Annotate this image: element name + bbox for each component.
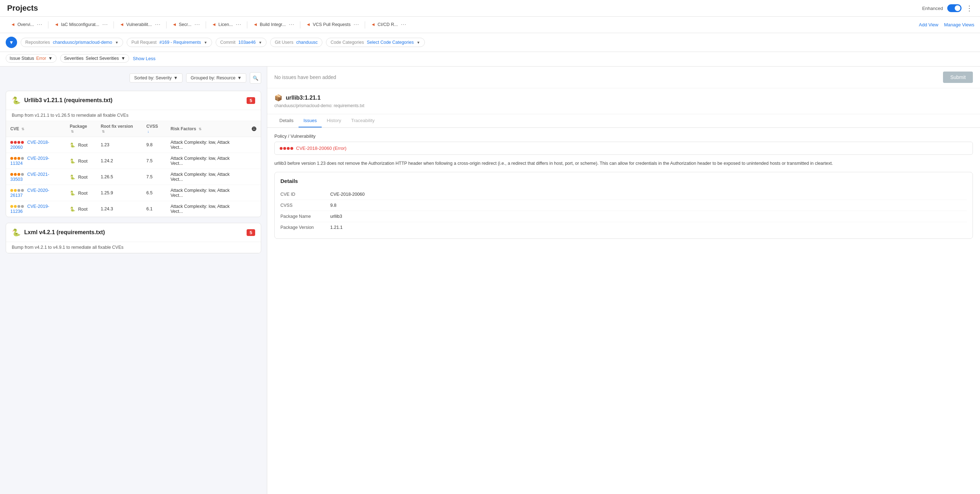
severities-value: Select Severities [86, 56, 119, 61]
pkg-sort-icon[interactable]: ⇅ [71, 129, 74, 134]
package-title-urllib3: 🐍 Urllib3 v1.21.1 (requirements.txt) [12, 96, 113, 105]
no-issues-text: No issues have been added [274, 74, 336, 80]
sort-by-button[interactable]: Sorted by: Severity ▼ [129, 73, 183, 83]
severity-dot [10, 173, 13, 176]
package-name: Root [78, 175, 87, 180]
table-row[interactable]: CVE-2020-26137 🐍 Root 1.25.9 6.5 Attack … [6, 185, 261, 201]
tab-icon-overview: ◄ [11, 22, 15, 27]
detail-row: Package Version 1.21.1 [280, 222, 967, 233]
detail-content: Policy / Vulnerability CVE-2018-20060 (E… [267, 128, 980, 244]
detail-value: CVE-2018-20060 [330, 192, 365, 197]
submit-button[interactable]: Submit [943, 72, 973, 83]
search-icon: 🔍 [253, 75, 258, 81]
group-by-label: Grouped by: Resource [191, 75, 235, 80]
cvss-cell: 7.5 [142, 169, 166, 185]
dot-c1 [280, 147, 283, 150]
pkg-detail-name: urllib3:1.21.1 [286, 95, 321, 101]
pull-request-filter[interactable]: Pull Request #169 - Requirements ▼ [127, 38, 212, 47]
tab-icon-vuln: ◄ [119, 22, 124, 27]
col-header-root-fix: Root fix version ⇅ [96, 121, 142, 137]
issue-status-filter[interactable]: Issue Status Error ▼ [6, 54, 57, 63]
detail-value: 1.21.1 [330, 225, 343, 230]
page-title: Projects [7, 3, 38, 13]
cve-sort-icon[interactable]: ⇅ [21, 127, 24, 131]
repositories-arrow-icon: ▼ [115, 41, 118, 45]
detail-tab-details[interactable]: Details [274, 114, 299, 127]
more-options-icon[interactable]: ⋮ [966, 4, 973, 13]
package-cell: 🐍 Root [65, 169, 96, 185]
python-icon: 🐍 [70, 207, 75, 212]
tab-build[interactable]: ◄ Build Integr... ⋯ [248, 17, 299, 33]
tab-dots-build: ⋯ [289, 21, 294, 28]
risk-cell: Attack Complexity: low, Attack Vect... [166, 185, 247, 201]
repositories-value: chanduusc/prismacloud-demo [52, 40, 112, 45]
commit-filter[interactable]: Commit 103ae46 ▼ [216, 38, 267, 47]
issue-status-value: Error [36, 56, 46, 61]
severities-filter[interactable]: Severities Select Severities ▼ [60, 54, 129, 63]
toggle-dot [955, 5, 961, 11]
tab-vuln[interactable]: ◄ Vulnerabilit... ⋯ [115, 17, 165, 33]
root-sort-icon[interactable]: ⇅ [102, 129, 105, 134]
repositories-filter[interactable]: Repositories chanduusc/prismacloud-demo … [21, 38, 123, 47]
git-users-filter[interactable]: Git Users chanduusc [270, 38, 322, 47]
severity-dots [10, 173, 24, 176]
package-badge-lxml: 5 [247, 229, 255, 236]
code-categories-filter[interactable]: Code Categories Select Code Categories ▼ [326, 38, 425, 47]
severity-dot [14, 189, 17, 192]
package-cell: 🐍 Root [65, 137, 96, 153]
table-row[interactable]: CVE-2019-11236 🐍 Root 1.24.3 6.1 Attack … [6, 201, 261, 217]
right-panel-top: No issues have been added Submit [267, 67, 980, 88]
package-name-lxml: Lxml v4.2.1 (requirements.txt) [24, 229, 105, 236]
severity-dots [10, 189, 24, 192]
python-icon-urllib3: 🐍 [12, 96, 21, 105]
detail-key: CVSS [280, 203, 330, 208]
table-row[interactable]: CVE-2018-20060 🐍 Root 1.23 9.8 Attack Co… [6, 137, 261, 153]
severity-dot-empty [21, 157, 24, 160]
cvss-sort-icon[interactable]: ↓ [147, 129, 149, 134]
cve-cell: CVE-2020-26137 [6, 185, 65, 201]
policy-cve-id: CVE-2018-20060 (Error) [296, 145, 347, 151]
tab-dots-licenses: ⋯ [235, 21, 241, 28]
show-less-button[interactable]: Show Less [133, 56, 156, 61]
tab-secrets[interactable]: ◄ Secr... ⋯ [167, 17, 205, 33]
table-row[interactable]: CVE-2021-33503 🐍 Root 1.26.5 7.5 Attack … [6, 169, 261, 185]
filter-icon[interactable]: ▼ [6, 37, 17, 48]
tab-cicd[interactable]: ◄ CI/CD R... ⋯ [366, 17, 411, 33]
tab-label-build: Build Integr... [260, 22, 286, 27]
table-row[interactable]: CVE-2019-11324 🐍 Root 1.24.2 7.5 Attack … [6, 153, 261, 169]
search-button[interactable]: 🔍 [250, 72, 261, 84]
root-fix-cell: 1.26.5 [96, 169, 142, 185]
tab-label-licenses: Licen... [218, 22, 233, 27]
col-header-add: ⊕ [247, 121, 261, 137]
divider-1 [48, 21, 48, 29]
severity-dot [18, 157, 20, 160]
detail-tab-history[interactable]: History [322, 114, 346, 127]
package-cell: 🐍 Root [65, 153, 96, 169]
divider-5 [247, 21, 247, 29]
severity-dots [10, 141, 24, 144]
detail-tab-issues[interactable]: Issues [299, 114, 322, 127]
risk-cell: Attack Complexity: low, Attack Vect... [166, 153, 247, 169]
pkg-detail-path: chanduusc/prismacloud-demo: requirements… [274, 103, 973, 108]
sort-by-arrow-icon: ▼ [173, 75, 178, 80]
detail-row: Package Name urllib3 [280, 211, 967, 222]
detail-row: CVE ID CVE-2018-20060 [280, 189, 967, 200]
detail-row: CVSS 9.8 [280, 200, 967, 211]
tab-iac[interactable]: ◄ IaC Misconfigurat... ⋯ [49, 17, 113, 33]
severity-dot [10, 205, 13, 208]
group-by-button[interactable]: Grouped by: Resource ▼ [186, 73, 246, 83]
package-remedy-lxml: Bump from v4.2.1 to v4.9.1 to remediate … [6, 242, 261, 253]
tab-overview[interactable]: ◄ Overvi... ⋯ [6, 17, 47, 33]
code-categories-arrow-icon: ▼ [417, 41, 420, 45]
tab-vcs[interactable]: ◄ VCS Pull Requests ⋯ [301, 17, 364, 33]
tab-licenses[interactable]: ◄ Licen... ⋯ [207, 17, 246, 33]
risk-sort-icon[interactable]: ⇅ [199, 127, 201, 131]
add-view-button[interactable]: Add View [919, 22, 939, 27]
manage-views-button[interactable]: Manage Views [944, 22, 974, 27]
tab-icon-vcs: ◄ [306, 22, 311, 27]
detail-tab-traceability[interactable]: Traceability [346, 114, 380, 127]
severity-dot [18, 173, 20, 176]
package-cell: 🐍 Root [65, 185, 96, 201]
enhanced-toggle[interactable] [947, 4, 961, 12]
add-column-icon[interactable]: ⊕ [251, 125, 256, 132]
